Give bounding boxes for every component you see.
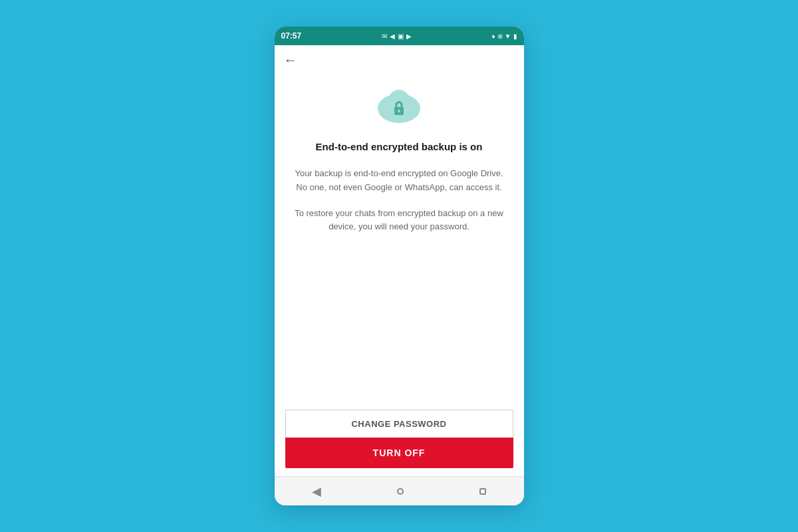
phone-frame: 07:57 ✉ ◀ ▣ ▶ ♦ ⊕ ▼ ▮ ← <box>275 27 524 505</box>
play-icon: ▶ <box>406 33 412 40</box>
cloud-lock-icon <box>372 83 426 126</box>
page-title: End-to-end encrypted backup is on <box>316 140 483 154</box>
battery-icon: ▮ <box>513 33 517 40</box>
home-circle-icon <box>397 488 404 495</box>
svg-point-5 <box>398 110 400 112</box>
back-button[interactable]: ← <box>284 53 297 66</box>
cloud-icon-wrap <box>372 83 426 129</box>
buttons-area: CHANGE PASSWORD TURN OFF <box>275 404 524 476</box>
notification-icon: ✉ <box>382 33 387 40</box>
status-time: 07:57 <box>281 31 302 41</box>
description-2: To restore your chats from encrypted bac… <box>291 207 508 235</box>
nav-recent-button[interactable] <box>479 484 486 498</box>
nav-home-button[interactable] <box>397 484 404 498</box>
app-content: ← End-to- <box>275 45 524 476</box>
nav-bar: ◀ <box>275 476 524 505</box>
turn-off-button[interactable]: TURN OFF <box>285 438 513 468</box>
description-1: Your backup is end-to-end encrypted on G… <box>291 167 508 195</box>
status-bar: 07:57 ✉ ◀ ▣ ▶ ♦ ⊕ ▼ ▮ <box>275 27 524 45</box>
back-row: ← <box>275 45 524 70</box>
app-icon: ▣ <box>398 33 404 40</box>
wifi-icon: ▼ <box>505 33 511 40</box>
nav-back-button[interactable]: ◀ <box>312 484 321 499</box>
status-left-icons: ✉ ◀ ▣ ▶ <box>382 33 412 40</box>
alarm-icon: ⊕ <box>497 33 503 40</box>
change-password-button[interactable]: CHANGE PASSWORD <box>285 410 513 438</box>
main-area: End-to-end encrypted backup is on Your b… <box>275 70 524 404</box>
status-right-icons: ♦ ⊕ ▼ ▮ <box>491 33 517 40</box>
recent-square-icon <box>479 488 486 495</box>
mic-icon: ♦ <box>491 33 495 40</box>
navigation-icon: ◀ <box>390 33 395 40</box>
